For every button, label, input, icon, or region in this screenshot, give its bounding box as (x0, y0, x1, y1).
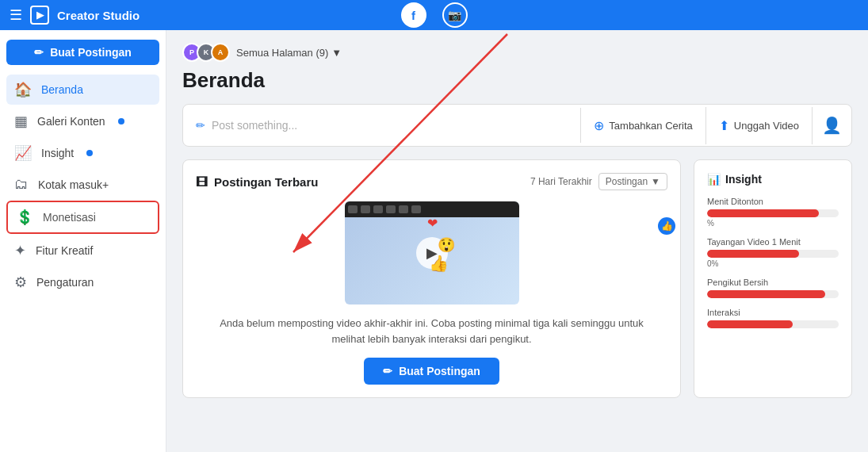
profile-circle-icon: 👤 (822, 116, 842, 135)
insight-title: 📊 Insight (707, 173, 839, 186)
sidebar-item-monetisasi[interactable]: 💲 Monetisasi (6, 201, 159, 234)
edit-icon: ✏ (34, 46, 44, 59)
top-nav: ☰ ▶ Creator Studio f 📷 (0, 0, 868, 30)
bar-pengikut-fill (707, 290, 825, 298)
bar-interaksi-fill (707, 320, 793, 328)
bar-interaksi (707, 320, 839, 328)
thumb-reaction: 👍 (429, 254, 449, 273)
no-post-message: Anda belum memposting video akhir-akhir … (196, 316, 667, 347)
grid-icon: ▦ (14, 113, 28, 130)
add-story-button[interactable]: ⊕ Tambahkan Cerita (581, 107, 706, 144)
app-logo: ▶ (30, 6, 49, 25)
filter-dropdown[interactable]: Postingan ▼ (598, 173, 667, 190)
facebook-nav-btn[interactable]: f (401, 2, 426, 28)
sidebar-item-galeri[interactable]: ▦ Galeri Konten (6, 106, 159, 136)
sidebar-item-fitur[interactable]: ✦ Fitur Kreatif (6, 236, 159, 266)
sidebar-item-beranda[interactable]: 🏠 Beranda (6, 75, 159, 105)
upload-icon: ⬆ (719, 118, 729, 133)
pages-header: P K A Semua Halaman (9) ▼ (182, 43, 852, 62)
action-bar: ✏ Post something... ⊕ Tambahkan Cerita ⬆… (182, 104, 852, 147)
chevron-down-icon: ▼ (331, 47, 342, 59)
bar-tayangan (707, 250, 839, 258)
wow-reaction: 😲 (438, 236, 455, 254)
chart-up-icon: 📊 (707, 173, 721, 186)
more-options-button[interactable]: 👤 (813, 105, 851, 146)
bar-menit-fill (707, 209, 819, 217)
hamburger-menu-icon[interactable]: ☰ (10, 6, 22, 24)
heart-reaction: ❤ (427, 216, 438, 231)
main-content: P K A Semua Halaman (9) ▼ Beranda ✏ Post… (166, 30, 868, 452)
galeri-dot-badge (118, 118, 124, 124)
create-post-button[interactable]: ✏ Buat Postingan (6, 40, 159, 65)
post-something-input[interactable]: ✏ Post something... (183, 108, 581, 143)
page-avatars: P K A (182, 43, 230, 62)
upload-video-button[interactable]: ⬆ Unggah Video (706, 107, 813, 144)
home-icon: 🏠 (14, 81, 32, 98)
pct-tayangan: 0% (707, 259, 839, 268)
plus-circle-icon: ⊕ (594, 118, 604, 133)
page-title: Beranda (182, 68, 852, 93)
sidebar-item-kotak[interactable]: 🗂 Kotak masuk+ (6, 170, 159, 199)
insight-dot-badge (86, 150, 93, 156)
dollar-icon: 💲 (16, 209, 33, 226)
bar-tayangan-fill (707, 250, 799, 258)
content-grid: 🎞 Postingan Terbaru 7 Hari Terakhir Post… (182, 159, 852, 398)
sidebar-item-insight[interactable]: 📈 Insight (6, 138, 159, 168)
sidebar-item-pengaturan[interactable]: ⚙ Pengaturan (6, 267, 159, 297)
facebook-icon: f (411, 9, 415, 22)
create-post-main-button[interactable]: ✏ Buat Postingan (364, 358, 499, 385)
metric-pengikut-bersih: Pengikut Bersih (707, 278, 839, 298)
inbox-icon: 🗂 (14, 176, 29, 193)
settings-icon: ⚙ (14, 274, 27, 291)
instagram-icon: 📷 (448, 9, 461, 21)
metric-tayangan-video: Tayangan Video 1 Menit 0% (707, 237, 839, 268)
metric-menit-ditonton: Menit Ditonton % (707, 197, 839, 228)
avatar-3: A (211, 43, 230, 62)
chart-icon: 📈 (14, 144, 32, 162)
edit-icon-2: ✏ (383, 365, 392, 377)
video-preview-area: ▶ 👍 ❤ 😲 👍 (196, 201, 667, 305)
dropdown-arrow-icon: ▼ (651, 176, 660, 187)
bar-pengikut (707, 290, 839, 298)
edit-pencil-icon: ✏ (196, 119, 205, 132)
film-strip (345, 201, 519, 217)
recent-posts-card: 🎞 Postingan Terbaru 7 Hari Terakhir Post… (182, 159, 681, 398)
sidebar: ✏ Buat Postingan 🏠 Beranda ▦ Galeri Kont… (0, 30, 166, 452)
pct-menit: % (707, 219, 839, 228)
bar-menit (707, 209, 839, 217)
film-icon: 🎞 (196, 175, 208, 189)
facebook-like-reaction: 👍 (658, 217, 675, 235)
insight-card: 📊 Insight Menit Ditonton % Tayangan Vide… (694, 159, 852, 398)
creative-icon: ✦ (14, 242, 26, 259)
pages-selector[interactable]: Semua Halaman (9) ▼ (236, 47, 342, 59)
card-header: 🎞 Postingan Terbaru 7 Hari Terakhir Post… (196, 173, 667, 190)
recent-posts-title: 🎞 Postingan Terbaru (196, 175, 318, 189)
app-title: Creator Studio (57, 9, 140, 22)
metric-interaksi: Interaksi (707, 308, 839, 328)
card-filter-area: 7 Hari Terakhir Postingan ▼ (530, 173, 667, 190)
instagram-nav-btn[interactable]: 📷 (442, 2, 468, 28)
